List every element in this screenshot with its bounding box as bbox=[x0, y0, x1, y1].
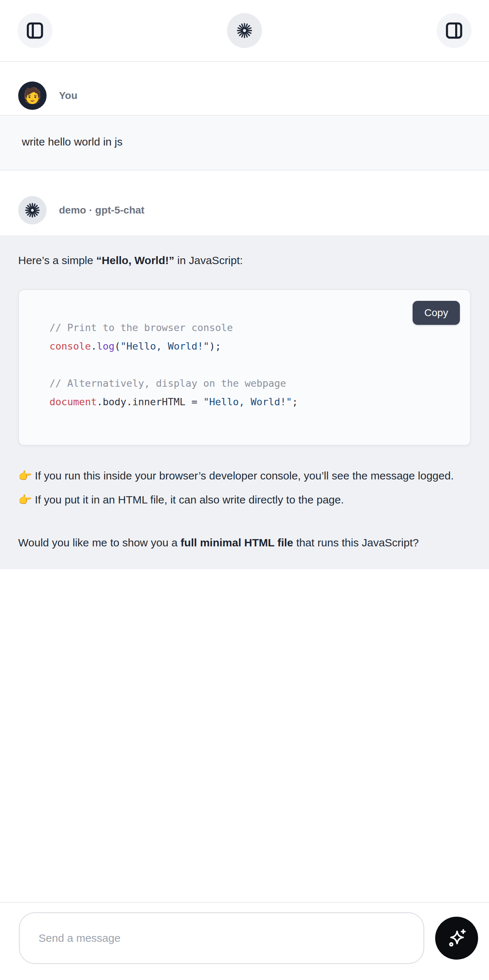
question-bold: full minimal HTML file bbox=[180, 536, 293, 549]
panel-right-icon bbox=[444, 21, 464, 40]
chat-thread: 🧑 You write hello world in js bbox=[0, 81, 489, 569]
starburst-icon bbox=[236, 22, 253, 39]
tips-paragraph: 👉 If you run this inside your browser’s … bbox=[18, 464, 471, 512]
code-content: // Print to the browser console console.… bbox=[19, 290, 470, 411]
top-bar bbox=[0, 0, 489, 62]
assistant-avatar bbox=[18, 196, 46, 224]
assistant-message-body: Here’s a simple “Hello, World!” in JavaS… bbox=[0, 235, 489, 569]
intro-paragraph: Here’s a simple “Hello, World!” in JavaS… bbox=[18, 248, 471, 272]
starburst-icon bbox=[24, 202, 40, 218]
model-menu-button[interactable] bbox=[227, 13, 262, 48]
tip-line: 👉 If you put it in an HTML file, it can … bbox=[18, 494, 344, 506]
intro-post: in JavaScript: bbox=[174, 254, 243, 266]
composer bbox=[0, 902, 489, 980]
user-message: 🧑 You write hello world in js bbox=[0, 81, 489, 170]
assistant-sender-label: demo · gpt-5-chat bbox=[59, 204, 145, 216]
right-panel-toggle-button[interactable] bbox=[436, 13, 471, 48]
user-avatar-emoji: 🧑 bbox=[23, 88, 42, 103]
message-input[interactable] bbox=[19, 912, 424, 964]
assistant-sender-row: demo · gpt-5-chat bbox=[0, 196, 489, 224]
assistant-message: demo · gpt-5-chat Here’s a simple “Hello… bbox=[0, 196, 489, 569]
user-sender-row: 🧑 You bbox=[0, 81, 489, 110]
tip-line: 👉 If you run this inside your browser’s … bbox=[18, 469, 454, 482]
question-paragraph: Would you like me to show you a full min… bbox=[18, 531, 471, 555]
user-avatar: 🧑 bbox=[18, 81, 46, 110]
code-block: Copy // Print to the browser console con… bbox=[18, 289, 471, 445]
intro-bold: “Hello, World!” bbox=[96, 254, 174, 266]
question-pre: Would you like me to show you a bbox=[18, 536, 180, 549]
send-button[interactable] bbox=[435, 917, 478, 959]
user-message-bubble: write hello world in js bbox=[0, 115, 489, 170]
copy-button[interactable]: Copy bbox=[413, 301, 460, 325]
intro-pre: Here’s a simple bbox=[18, 254, 96, 266]
user-message-text: write hello world in js bbox=[22, 136, 123, 148]
sidebar-toggle-button[interactable] bbox=[18, 13, 53, 48]
question-post: that runs this JavaScript? bbox=[293, 536, 419, 549]
sparkle-icon bbox=[446, 927, 468, 949]
chat-app: 🧑 You write hello world in js bbox=[0, 0, 489, 980]
user-sender-label: You bbox=[59, 90, 78, 102]
panel-left-icon bbox=[25, 21, 45, 40]
